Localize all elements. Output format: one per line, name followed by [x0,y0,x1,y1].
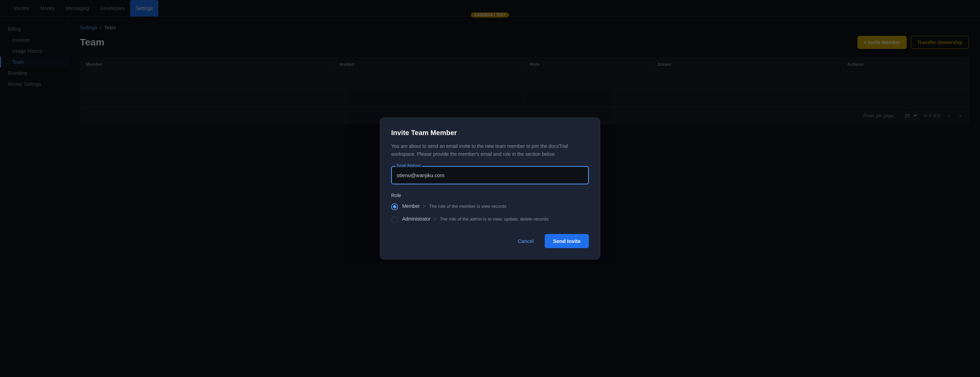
radio-member-dot [393,205,396,208]
role-member-desc: The role of the member is view records [429,204,506,209]
role-member-option[interactable]: Member :- The role of the member is view… [391,203,589,210]
role-admin-desc: The role of the admin is to view, update… [440,216,549,222]
modal-description: You are about to send an email invite to… [391,142,589,158]
role-admin-option[interactable]: Administrator :- The role of the admin i… [391,216,589,223]
email-label: Email Address [395,163,422,168]
email-input-group: Email Address [391,166,589,184]
modal-overlay: Invite Team Member You are about to send… [0,0,980,377]
invite-modal: Invite Team Member You are about to send… [380,118,600,259]
send-invite-button[interactable]: Send Invite [545,234,589,248]
email-input[interactable] [391,166,589,184]
modal-footer: Cancel Send Invite [391,234,589,248]
role-admin-label: Administrator [402,216,430,222]
role-section: Role Member :- The role of the member is… [391,193,589,223]
role-section-label: Role [391,193,589,198]
radio-member[interactable] [391,203,398,210]
role-admin-sep: :- [434,216,437,222]
radio-admin[interactable] [391,216,398,223]
role-admin-text: Administrator :- The role of the admin i… [402,216,549,222]
modal-title: Invite Team Member [391,129,589,137]
role-member-sep: :- [423,203,426,209]
role-member-label: Member [402,203,420,209]
role-member-text: Member :- The role of the member is view… [402,203,506,209]
cancel-button[interactable]: Cancel [512,235,539,248]
